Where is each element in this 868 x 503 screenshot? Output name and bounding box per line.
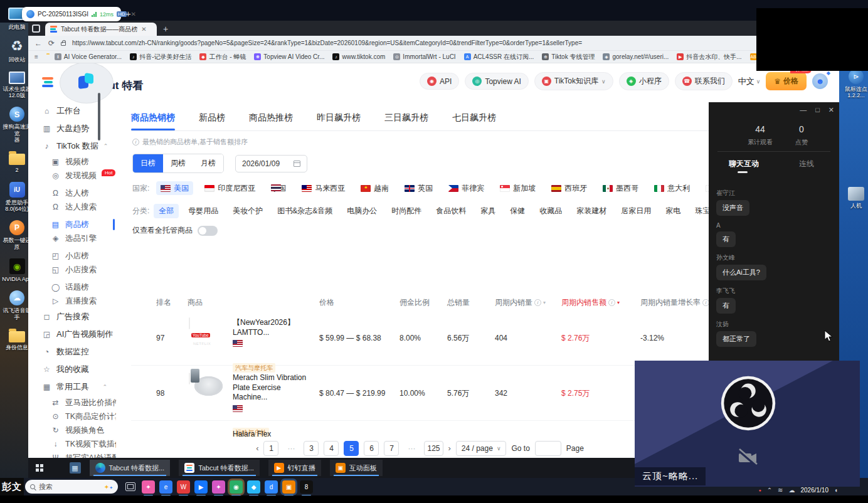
- table-column-header[interactable]: 周期内销量增长率 i ▾: [640, 297, 714, 308]
- category-filter[interactable]: 美妆个护: [228, 204, 268, 218]
- des[interactable]: 人机: [840, 187, 868, 209]
- tray-status-icon[interactable]: ●: [758, 488, 761, 492]
- sort-caret-icon[interactable]: ▾: [543, 300, 546, 305]
- sidebar-item[interactable]: Ψ 超写实AI外语配音: [28, 451, 116, 458]
- table-column-header[interactable]: 价格 i ▾: [319, 297, 334, 308]
- back-icon[interactable]: ←: [34, 39, 42, 48]
- close-session-icon[interactable]: ✕: [131, 11, 136, 18]
- country-filter[interactable]: 墨西哥: [598, 181, 643, 195]
- table-column-header[interactable]: 周期内销售额 i ▾: [561, 297, 620, 308]
- sidebar-item[interactable]: ▥ 大盘趋势: [28, 120, 116, 137]
- bookmark-item[interactable]: ❋ Topview AI Video Cr...: [254, 53, 324, 60]
- page-button[interactable]: 6: [364, 441, 379, 456]
- page-button[interactable]: ···: [404, 441, 419, 456]
- minimize-icon[interactable]: —: [800, 106, 807, 114]
- sidebar-item[interactable]: ♪ TikTok 数据 ⌃: [28, 137, 116, 155]
- category-filter[interactable]: 食品饮料: [431, 204, 471, 218]
- sidebar-item[interactable]: ↻ 视频换角色: [28, 423, 116, 437]
- bookmark-item[interactable]: A ACL4SSR 在线订阅...: [464, 53, 534, 61]
- reading-list-icon[interactable]: ≡: [34, 53, 38, 60]
- next-page-button[interactable]: ›: [448, 443, 451, 453]
- new-session-button[interactable]: +: [125, 8, 131, 19]
- taskbar-app-icon[interactable]: W: [177, 480, 190, 494]
- task-view-icon[interactable]: [125, 482, 135, 491]
- maximize-icon[interactable]: □: [815, 106, 820, 114]
- page-button[interactable]: ···: [283, 441, 299, 456]
- taskbar-app-icon[interactable]: ▣: [282, 480, 295, 494]
- ranking-tab[interactable]: 商品热销榜: [131, 109, 175, 130]
- category-filter[interactable]: 家具: [475, 204, 500, 218]
- taskbar-app-icon[interactable]: ◉: [230, 480, 243, 494]
- taskbar-app-button[interactable]: ▣ 互动面板: [330, 460, 383, 476]
- tab-chat-interaction[interactable]: 聊天互动: [729, 159, 759, 169]
- table-column-header[interactable]: 佣金比例 i ▾: [400, 297, 430, 308]
- category-filter[interactable]: 家装建材: [571, 204, 611, 218]
- table-row[interactable]: 98 Merach Slim Vibration Plate Exercise …: [131, 366, 709, 421]
- taskbar-app-icon[interactable]: ✦: [142, 480, 155, 494]
- product-image[interactable]: [189, 373, 190, 384]
- sidebar-scrollbar[interactable]: [98, 93, 100, 140]
- sidebar-item[interactable]: ▣ 视频榜: [28, 155, 116, 169]
- table-row[interactable]: 97 【NewYear2026】 LAMTTO... 汽车与摩托车 $ 59.9…: [131, 310, 709, 366]
- category-filter[interactable]: 居家日用: [616, 204, 656, 218]
- close-icon[interactable]: ✕: [828, 106, 834, 114]
- page-button[interactable]: 5: [344, 441, 359, 456]
- tray-icon-network[interactable]: ≋: [778, 487, 783, 494]
- page-button[interactable]: 1: [263, 441, 278, 456]
- sidebar-item[interactable]: ▤ 商品榜: [28, 218, 116, 231]
- bookmark-item[interactable]: ⊙ ImmortalWrt - LuCI: [393, 53, 455, 60]
- sidebar-item[interactable]: ◔ 数据监控: [28, 343, 116, 361]
- header-nav-button[interactable]: ☎ 联系我们 ∨: [675, 72, 733, 90]
- country-filter[interactable]: 越南: [356, 181, 393, 195]
- managed-only-toggle[interactable]: [198, 226, 218, 236]
- sidebar-item[interactable]: Ω 达人搜索: [28, 200, 116, 214]
- category-filter[interactable]: 母婴用品: [183, 204, 223, 218]
- country-filter[interactable]: 意大利: [650, 181, 694, 195]
- category-filter[interactable]: 时尚配件: [386, 204, 426, 218]
- taskbar-app-button[interactable]: Tabcut 特看数据...: [90, 460, 171, 476]
- tab-connect[interactable]: 连线: [799, 159, 814, 169]
- bookmark-item[interactable]: ⊕ Tiktok 专线管理: [542, 53, 595, 61]
- category-filter[interactable]: 全部: [154, 204, 179, 218]
- page-button[interactable]: 4: [324, 441, 339, 456]
- sort-caret-icon[interactable]: ▾: [617, 300, 620, 305]
- taskbar-app-icon[interactable]: d: [265, 480, 278, 494]
- country-filter[interactable]: 马来西亚: [297, 181, 349, 195]
- country-filter[interactable]: 新加坡: [495, 181, 540, 195]
- sidebar-item[interactable]: ◱ 小店搜索: [28, 263, 116, 277]
- period-tab[interactable]: 周榜: [163, 154, 193, 172]
- taskbar-app-icon[interactable]: 8: [300, 480, 313, 494]
- taskbar-app-icon[interactable]: ▶: [194, 480, 208, 494]
- sidebar-item[interactable]: ▷ 直播搜索: [28, 294, 116, 308]
- category-filter[interactable]: 家电: [660, 204, 685, 218]
- avatar[interactable]: ☻: [812, 73, 828, 89]
- product-title[interactable]: 【NewYear2026】 LAMTTO... 汽车与摩托车: [233, 318, 317, 373]
- table-column-header[interactable]: 排名 i ▾: [156, 297, 171, 308]
- period-tab[interactable]: 日榜: [133, 154, 163, 172]
- ranking-tab[interactable]: 昨日飙升榜: [317, 109, 361, 130]
- bookmark-item[interactable]: ▶ 抖音去水印、快手...: [677, 53, 741, 61]
- product-image[interactable]: [189, 318, 190, 329]
- sidebar-item[interactable]: ☆ 我的收藏: [28, 361, 116, 378]
- tray-icon-up[interactable]: ⌃: [767, 487, 772, 494]
- header-nav-button[interactable]: ◉ API ∨: [420, 73, 459, 90]
- category-filter[interactable]: 珠宝与衍生品: [690, 204, 710, 218]
- bookmark-item[interactable]: ‖ AI Voice Generator...: [55, 53, 122, 60]
- browser-tab[interactable]: Tabcut 特看数据——商品榜 ✕: [45, 23, 157, 36]
- page-button[interactable]: 3: [304, 441, 319, 456]
- table-column-header[interactable]: 商品 i ▾: [188, 297, 203, 308]
- table-column-header[interactable]: 周期内销量 i ▾: [495, 297, 546, 308]
- prev-page-button[interactable]: ‹: [256, 443, 258, 453]
- sidebar-item[interactable]: ◰ 小店榜: [28, 249, 116, 263]
- category-filter[interactable]: 图书&杂志&音频: [272, 204, 337, 218]
- category-filter[interactable]: 收藏品: [534, 204, 567, 218]
- taskbar-app-icon[interactable]: ✦: [212, 480, 225, 494]
- des[interactable]: ⊳ 鼠标连点 1.2.2...: [840, 69, 868, 99]
- country-filter[interactable]: 菲律宾: [444, 181, 489, 195]
- country-filter[interactable]: 印度尼西亚: [200, 181, 260, 195]
- date-picker[interactable]: 2026/01/09: [235, 155, 307, 172]
- page-size-select[interactable]: 24 / page ∨: [456, 441, 507, 456]
- bookmark-item[interactable]: ◆ 工作台 - 蝉镜: [199, 53, 246, 61]
- ranking-tab[interactable]: 七日飙升榜: [452, 109, 496, 130]
- sidebar-item[interactable]: ▦ 常用工具 ⌃: [28, 378, 116, 396]
